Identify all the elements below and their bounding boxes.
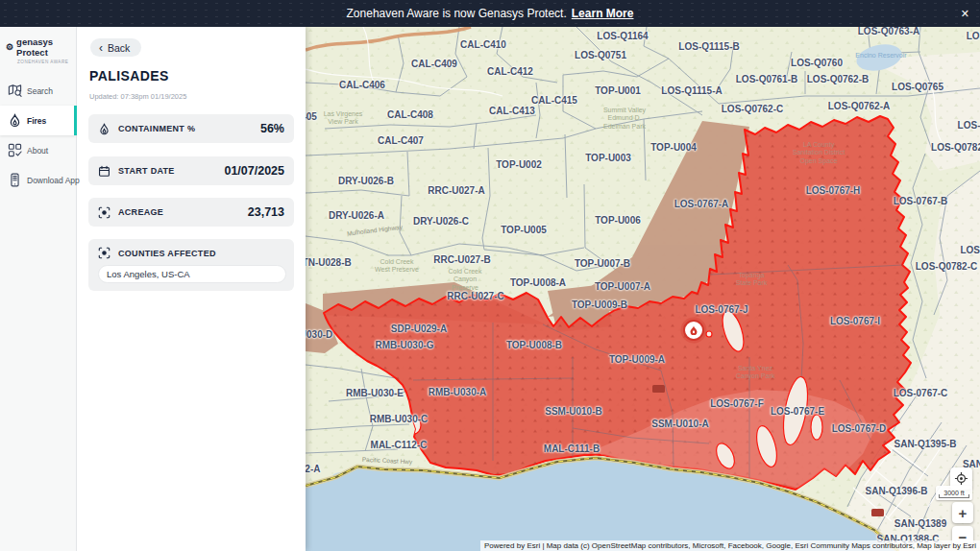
device-icon <box>8 173 22 187</box>
gps-target-icon <box>954 471 968 486</box>
containment-label: CONTAINMENT % <box>118 124 195 133</box>
map-search-icon <box>8 84 22 98</box>
back-button[interactable]: ‹ Back <box>90 38 141 57</box>
sidebar-item-fires[interactable]: Fires <box>0 106 76 135</box>
focus-icon <box>98 247 110 259</box>
calendar-icon <box>98 165 110 178</box>
map-attribution: Powered by Esri | Map data (c) OpenStree… <box>480 540 980 551</box>
banner-message: Zonehaven Aware is now Genasys Protect. <box>347 7 567 20</box>
flame-icon <box>689 325 698 335</box>
map-canvas[interactable]: CAL-C410LOS-Q1164LOS-Q1115-BLOS-Q0763-AL… <box>306 27 980 551</box>
sidebar: ⚙ genasys Protect ZONEHAVEN AWARE Search… <box>0 27 77 551</box>
sidebar-item-download-app[interactable]: Download App <box>0 165 76 195</box>
fire-detail-panel: ‹ Back PALISADES Updated: 07:38pm 01/19/… <box>77 27 306 551</box>
scale-bracket <box>939 494 969 498</box>
logo-subtitle: ZONEHAVEN AWARE <box>6 60 72 64</box>
containment-card: CONTAINMENT % 56% <box>88 114 294 143</box>
acreage-label: ACREAGE <box>118 207 163 217</box>
sidebar-item-search[interactable]: Search <box>0 76 76 106</box>
logo-title: genasys Protect <box>16 36 72 58</box>
banner-learn-more-link[interactable]: Learn More <box>572 7 634 20</box>
counties-affected-card: COUNTIES AFFECTED Los Angeles, US-CA <box>88 239 294 291</box>
sidebar-item-label: Download App <box>27 176 80 185</box>
start-date-value: 01/07/2025 <box>224 164 284 178</box>
sidebar-item-about[interactable]: About <box>0 135 76 165</box>
banner-close-icon[interactable]: ✕ <box>961 8 969 20</box>
map-base-svg <box>306 27 980 551</box>
sidebar-item-label: Fires <box>27 116 46 126</box>
county-item[interactable]: Los Angeles, US-CA <box>98 265 286 283</box>
fire-incident-marker[interactable] <box>683 320 704 341</box>
containment-value: 56% <box>260 122 284 135</box>
app-logo: ⚙ genasys Protect ZONEHAVEN AWARE <box>0 27 76 76</box>
zoom-in-button[interactable]: + <box>952 502 973 523</box>
start-date-label: START DATE <box>118 166 175 176</box>
logo-gear-icon: ⚙ <box>6 42 13 52</box>
grid-check-icon <box>8 143 22 157</box>
acreage-card: ACREAGE 23,713 <box>88 198 294 227</box>
acreage-value: 23,713 <box>248 205 284 219</box>
counties-label: COUNTIES AFFECTED <box>118 249 216 258</box>
focus-icon <box>98 206 110 219</box>
start-date-card: START DATE 01/07/2025 <box>88 156 294 185</box>
fire-updated-timestamp: Updated: 07:38pm 01/19/2025 <box>89 92 186 101</box>
flame-icon <box>98 123 110 135</box>
map-scale-bar: 3000 ft <box>936 486 972 500</box>
back-chevron-icon: ‹ <box>99 42 103 54</box>
sidebar-item-label: About <box>27 146 48 156</box>
back-button-label: Back <box>108 42 130 54</box>
notification-banner: Zonehaven Aware is now Genasys Protect. … <box>0 0 980 27</box>
sidebar-item-label: Search <box>27 86 53 96</box>
flame-icon <box>8 113 22 128</box>
fire-title: PALISADES <box>89 68 169 84</box>
